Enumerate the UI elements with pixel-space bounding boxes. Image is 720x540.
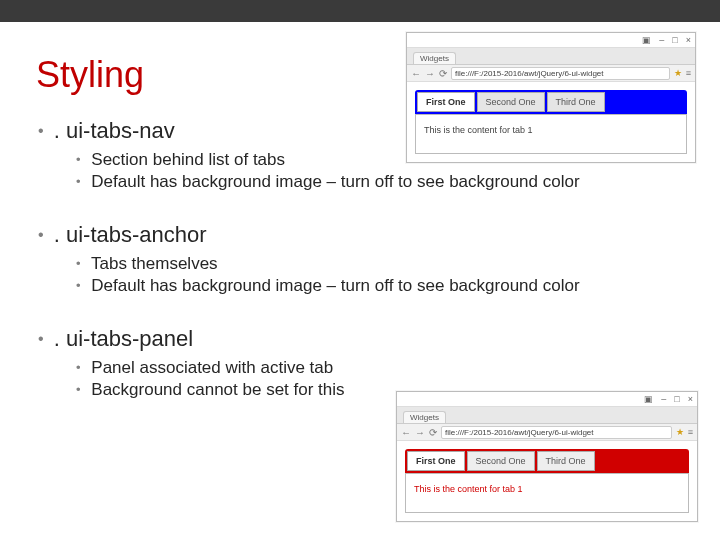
browser-tab: Widgets bbox=[413, 52, 456, 64]
reload-icon: ⟳ bbox=[439, 68, 447, 79]
ui-tab-second: Second One bbox=[467, 451, 535, 471]
slide-top-bar bbox=[0, 0, 720, 22]
ui-tabs-nav: First One Second One Third One bbox=[405, 449, 689, 473]
back-icon: ← bbox=[411, 68, 421, 79]
bullet-text: . ui-tabs-panel bbox=[54, 326, 193, 351]
bullet-text: . ui-tabs-anchor bbox=[54, 222, 207, 247]
window-controls: ▣ – □ × bbox=[397, 392, 697, 407]
bullet-dot-icon: • bbox=[38, 226, 44, 243]
close-icon: × bbox=[686, 36, 691, 45]
browser-mock-red: ▣ – □ × Widgets ← → ⟳ file:///F:/2015-20… bbox=[396, 391, 698, 522]
star-icon: ★ bbox=[676, 427, 684, 437]
ui-tab-first: First One bbox=[417, 92, 475, 112]
bullet-dot-icon: • bbox=[76, 382, 81, 397]
subbullet-text: Tabs themselves bbox=[91, 254, 218, 273]
ui-tab-second: Second One bbox=[477, 92, 545, 112]
bullet-text: . ui-tabs-nav bbox=[54, 118, 175, 143]
ui-tabs-panel: This is the content for tab 1 bbox=[405, 473, 689, 513]
subbullet-text: Background cannot be set for this bbox=[91, 380, 344, 399]
minimize-icon: – bbox=[659, 36, 664, 45]
forward-icon: → bbox=[425, 68, 435, 79]
address-bar: ← → ⟳ file:///F:/2015-2016/awt/jQuery/6-… bbox=[397, 424, 697, 441]
ui-tab-first: First One bbox=[407, 451, 465, 471]
url-text: file:///F:/2015-2016/awt/jQuery/6-ui-wid… bbox=[451, 67, 670, 80]
subbullet: • Tabs themselves bbox=[76, 254, 684, 274]
subbullet: • Default has background image – turn of… bbox=[76, 172, 684, 192]
bullet-dot-icon: • bbox=[76, 256, 81, 271]
star-icon: ★ bbox=[674, 68, 682, 78]
bullet-dot-icon: • bbox=[76, 174, 81, 189]
bullet-ui-tabs-anchor: • . ui-tabs-anchor bbox=[36, 222, 684, 248]
url-text: file:///F:/2015-2016/awt/jQuery/6-ui-wid… bbox=[441, 426, 672, 439]
subbullet-text: Default has background image – turn off … bbox=[91, 172, 579, 191]
bullet-dot-icon: • bbox=[76, 152, 81, 167]
bullet-dot-icon: • bbox=[38, 122, 44, 139]
browser-tab: Widgets bbox=[403, 411, 446, 423]
browser-tab-row: Widgets bbox=[397, 407, 697, 424]
person-icon: ▣ bbox=[644, 395, 653, 404]
menu-icon: ≡ bbox=[688, 427, 693, 437]
subbullet-text: Section behind list of tabs bbox=[91, 150, 285, 169]
back-icon: ← bbox=[401, 427, 411, 438]
bullet-ui-tabs-panel: • . ui-tabs-panel bbox=[36, 326, 684, 352]
minimize-icon: – bbox=[661, 395, 666, 404]
forward-icon: → bbox=[415, 427, 425, 438]
subbullet: • Default has background image – turn of… bbox=[76, 276, 684, 296]
close-icon: × bbox=[688, 395, 693, 404]
address-bar: ← → ⟳ file:///F:/2015-2016/awt/jQuery/6-… bbox=[407, 65, 695, 82]
subbullet-text: Panel associated with active tab bbox=[91, 358, 333, 377]
person-icon: ▣ bbox=[642, 36, 651, 45]
ui-tab-third: Third One bbox=[537, 451, 595, 471]
reload-icon: ⟳ bbox=[429, 427, 437, 438]
ui-tabs-nav: First One Second One Third One bbox=[415, 90, 687, 114]
maximize-icon: □ bbox=[672, 36, 677, 45]
bullet-dot-icon: • bbox=[38, 330, 44, 347]
maximize-icon: □ bbox=[674, 395, 679, 404]
ui-tabs-panel: This is the content for tab 1 bbox=[415, 114, 687, 154]
bullet-dot-icon: • bbox=[76, 278, 81, 293]
subbullet-text: Default has background image – turn off … bbox=[91, 276, 579, 295]
ui-tab-third: Third One bbox=[547, 92, 605, 112]
subbullet: • Panel associated with active tab bbox=[76, 358, 684, 378]
window-controls: ▣ – □ × bbox=[407, 33, 695, 48]
menu-icon: ≡ bbox=[686, 68, 691, 78]
bullet-dot-icon: • bbox=[76, 360, 81, 375]
browser-tab-row: Widgets bbox=[407, 48, 695, 65]
browser-mock-blue: ▣ – □ × Widgets ← → ⟳ file:///F:/2015-20… bbox=[406, 32, 696, 163]
